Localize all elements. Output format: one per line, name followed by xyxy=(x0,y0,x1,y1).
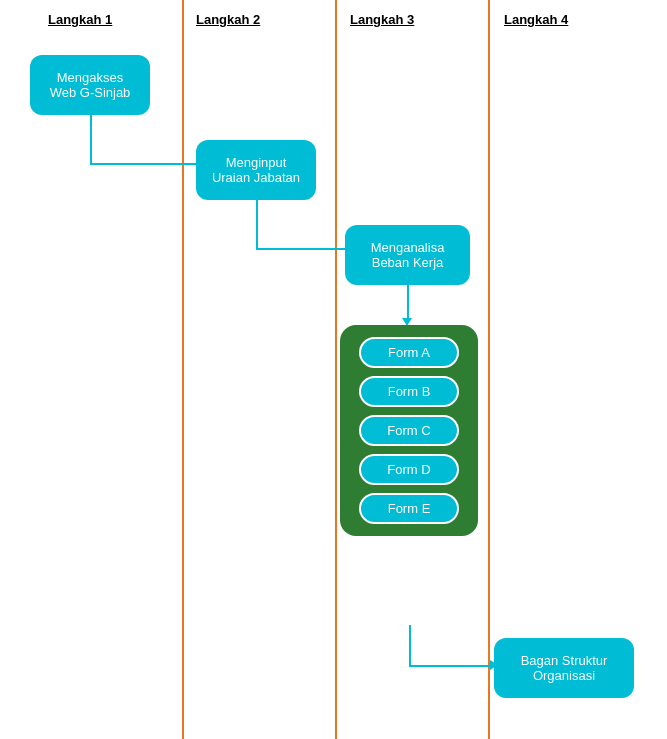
arrow1-vertical xyxy=(90,115,92,165)
step1-label: MengaksesWeb G-Sinjab xyxy=(50,70,131,100)
vertical-line-2 xyxy=(335,0,337,739)
arrow2-vertical xyxy=(256,200,258,250)
green-forms-box: Form A Form B Form C Form D Form E xyxy=(340,325,478,536)
form-c-button[interactable]: Form C xyxy=(359,415,459,446)
form-b-button[interactable]: Form B xyxy=(359,376,459,407)
form-d-button[interactable]: Form D xyxy=(359,454,459,485)
vertical-line-1 xyxy=(182,0,184,739)
header-col2: Langkah 2 xyxy=(196,12,260,27)
step4-label: Bagan StrukturOrganisasi xyxy=(521,653,608,683)
arrow2-horizontal xyxy=(256,248,356,250)
step1-box: MengaksesWeb G-Sinjab xyxy=(30,55,150,115)
step3-box: MenganalisaBeban Kerja xyxy=(345,225,470,285)
step3-label: MenganalisaBeban Kerja xyxy=(371,240,445,270)
header-col3: Langkah 3 xyxy=(350,12,414,27)
step2-label: MenginputUraian Jabatan xyxy=(212,155,300,185)
form-e-button[interactable]: Form E xyxy=(359,493,459,524)
step2-box: MenginputUraian Jabatan xyxy=(196,140,316,200)
step4-box: Bagan StrukturOrganisasi xyxy=(494,638,634,698)
header-col1: Langkah 1 xyxy=(48,12,112,27)
diagram-container: Langkah 1 Langkah 2 Langkah 3 Langkah 4 … xyxy=(0,0,667,739)
header-col4: Langkah 4 xyxy=(504,12,568,27)
form-a-button[interactable]: Form A xyxy=(359,337,459,368)
arrow4-vertical xyxy=(409,625,411,667)
arrow4-horizontal xyxy=(409,665,494,667)
vertical-line-3 xyxy=(488,0,490,739)
